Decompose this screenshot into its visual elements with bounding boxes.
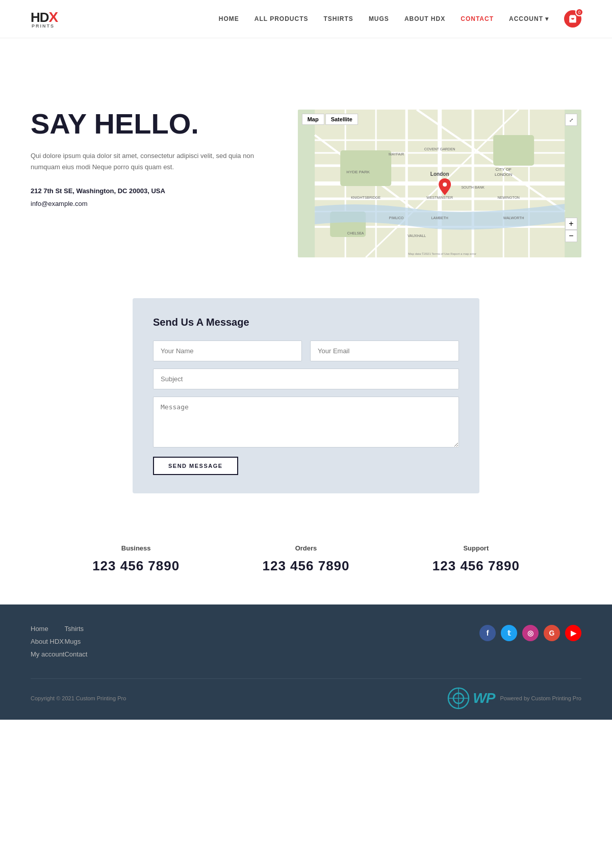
- footer-link-contact[interactable]: Contact: [64, 650, 87, 658]
- svg-text:WESTMINSTER: WESTMINSTER: [426, 196, 453, 199]
- svg-text:CHELSEA: CHELSEA: [347, 231, 364, 235]
- footer-link-tshirts[interactable]: Tshirts: [64, 625, 87, 633]
- map-controls: Map Satellite: [302, 114, 358, 125]
- svg-text:LONDON: LONDON: [495, 172, 512, 177]
- phone-orders-label: Orders: [262, 544, 349, 552]
- form-heading: Send Us A Message: [153, 317, 459, 328]
- phone-orders: Orders 123 456 7890: [262, 544, 349, 574]
- svg-text:WALWORTH: WALWORTH: [503, 216, 524, 220]
- phone-business: Business 123 456 7890: [92, 544, 180, 574]
- social-facebook[interactable]: f: [479, 625, 496, 641]
- footer-link-home[interactable]: Home: [31, 625, 64, 633]
- map-svg: HYDE PARK London CITY OF LONDON MAYFAIR …: [298, 110, 581, 257]
- nav-tshirts[interactable]: TSHIRTS: [324, 15, 353, 22]
- svg-point-37: [443, 182, 447, 187]
- wordpress-icon: [447, 687, 470, 709]
- svg-text:LAMBETH: LAMBETH: [431, 216, 448, 220]
- footer-col-2: Tshirts Mugs Contact: [64, 625, 87, 663]
- hero-space: [0, 38, 612, 89]
- contact-description: Qui dolore ipsum quia dolor sit amet, co…: [31, 150, 267, 173]
- footer-link-about[interactable]: About HDX: [31, 638, 64, 645]
- powered-by: WP Powered by Custom Printing Pro: [447, 687, 581, 709]
- main-nav: HOME ALL PRODUCTS TSHIRTS MUGS ABOUT HDX…: [219, 10, 581, 28]
- svg-text:London: London: [430, 171, 449, 177]
- name-input[interactable]: [153, 340, 302, 361]
- email-input[interactable]: [310, 340, 459, 361]
- contact-left: SAY HELLO. Qui dolore ipsum quia dolor s…: [31, 110, 267, 207]
- map-btn-satellite[interactable]: Satellite: [325, 114, 358, 125]
- svg-text:Map data ©2021  Terms of Use  : Map data ©2021 Terms of Use Report a map…: [408, 252, 476, 255]
- phone-support-label: Support: [432, 544, 520, 552]
- form-section: Send Us A Message SEND MESSAGE: [0, 278, 612, 514]
- contact-form-card: Send Us A Message SEND MESSAGE: [133, 298, 479, 493]
- nav-about-hdx[interactable]: ABOUT HDX: [404, 15, 445, 22]
- svg-text:KNIGHTSBRIDGE: KNIGHTSBRIDGE: [351, 196, 380, 199]
- contact-section: SAY HELLO. Qui dolore ipsum quia dolor s…: [0, 89, 612, 278]
- svg-text:VAUXHALL: VAUXHALL: [407, 234, 426, 238]
- send-message-button[interactable]: SEND MESSAGE: [153, 457, 238, 475]
- svg-rect-19: [493, 135, 534, 166]
- phone-business-number: 123 456 7890: [92, 558, 180, 574]
- footer-social: f 𝕥 ◎ G ▶: [479, 625, 581, 663]
- social-youtube[interactable]: ▶: [565, 625, 581, 641]
- cart-button[interactable]: 0: [564, 10, 581, 28]
- copyright-text: Copyright © 2021 Custom Printing Pro: [31, 687, 126, 709]
- svg-text:NEWINGTON: NEWINGTON: [497, 196, 519, 199]
- map-zoom-out[interactable]: −: [565, 230, 577, 242]
- map-zoom-in[interactable]: +: [565, 218, 577, 230]
- contact-address: 212 7th St SE, Washington, DC 20003, USA: [31, 187, 267, 195]
- social-google[interactable]: G: [544, 625, 560, 641]
- logo-prints: PRINTS: [32, 23, 58, 29]
- map-btn-map[interactable]: Map: [302, 114, 324, 125]
- contact-heading: SAY HELLO.: [31, 110, 267, 138]
- svg-rect-18: [340, 150, 391, 186]
- nav-home[interactable]: HOME: [219, 15, 239, 22]
- phone-business-label: Business: [92, 544, 180, 552]
- phone-support: Support 123 456 7890: [432, 544, 520, 574]
- svg-text:MAYFAIR: MAYFAIR: [389, 152, 404, 156]
- footer-link-mugs[interactable]: Mugs: [64, 638, 87, 645]
- map-container: Map Satellite ⤢: [298, 110, 581, 257]
- site-logo[interactable]: HD X PRINTS: [31, 9, 58, 29]
- footer-link-myaccount[interactable]: My account: [31, 650, 64, 658]
- svg-text:HYDE PARK: HYDE PARK: [346, 170, 370, 174]
- site-header: HD X PRINTS HOME ALL PRODUCTS TSHIRTS MU…: [0, 0, 612, 38]
- social-twitter[interactable]: 𝕥: [501, 625, 517, 641]
- svg-text:PIMLICO: PIMLICO: [389, 216, 403, 220]
- svg-text:CITY OF: CITY OF: [495, 167, 512, 172]
- cart-badge: 0: [575, 8, 583, 16]
- map-zoom-controls: + −: [565, 218, 577, 242]
- nav-all-products[interactable]: ALL PRODUCTS: [254, 15, 309, 22]
- site-footer: Home About HDX My account Tshirts Mugs C…: [0, 604, 612, 720]
- nav-account[interactable]: ACCOUNT ▾: [509, 15, 549, 22]
- wp-text: WP: [473, 690, 495, 706]
- nav-mugs[interactable]: MUGS: [369, 15, 389, 22]
- form-row-subject: [153, 369, 459, 389]
- cart-icon: [568, 14, 577, 23]
- footer-top: Home About HDX My account Tshirts Mugs C…: [31, 625, 581, 663]
- svg-text:SOUTH BANK: SOUTH BANK: [461, 186, 484, 189]
- contact-email: info@example.com: [31, 200, 267, 207]
- map-expand-btn[interactable]: ⤢: [565, 114, 577, 126]
- phone-support-number: 123 456 7890: [432, 558, 520, 574]
- footer-bottom: Copyright © 2021 Custom Printing Pro WP …: [31, 678, 581, 709]
- subject-input[interactable]: [153, 369, 459, 389]
- nav-contact[interactable]: CONTACT: [461, 15, 494, 22]
- social-instagram[interactable]: ◎: [522, 625, 539, 641]
- phone-section: Business 123 456 7890 Orders 123 456 789…: [0, 514, 612, 604]
- form-row-name-email: [153, 340, 459, 361]
- svg-text:COVENT GARDEN: COVENT GARDEN: [424, 147, 455, 151]
- footer-col-1: Home About HDX My account: [31, 625, 64, 663]
- message-input[interactable]: [153, 397, 459, 448]
- phone-orders-number: 123 456 7890: [262, 558, 349, 574]
- wp-logo: WP: [447, 687, 495, 709]
